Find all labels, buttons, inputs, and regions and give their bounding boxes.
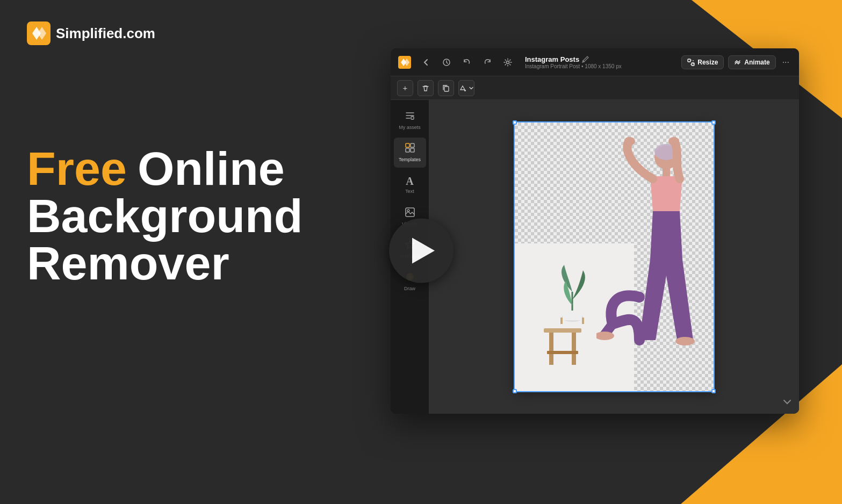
animate-icon — [734, 59, 742, 66]
svg-rect-21 — [549, 333, 553, 365]
my-assets-icon — [405, 110, 415, 124]
edit-icon — [582, 55, 589, 63]
fill-button[interactable] — [458, 80, 474, 96]
svg-point-3 — [507, 61, 509, 63]
svg-rect-6 — [444, 87, 449, 91]
draw-label: Draw — [404, 286, 415, 292]
copy-element-button[interactable] — [438, 80, 454, 96]
toolbar-actions: + — [391, 76, 799, 100]
svg-rect-17 — [563, 311, 582, 320]
history-button[interactable] — [439, 55, 454, 70]
copy-icon — [442, 84, 450, 92]
templates-label: Templates — [399, 157, 421, 163]
svg-point-30 — [675, 337, 695, 345]
toolbar-title-area: Instagram Posts Instagram Portrait Post … — [525, 55, 676, 69]
headline-online: Online — [138, 145, 285, 192]
text-label: Text — [405, 189, 414, 195]
back-button[interactable] — [419, 55, 434, 70]
canvas-inner — [515, 123, 714, 391]
resize-button[interactable]: Resize — [681, 55, 724, 69]
add-element-button[interactable]: + — [397, 80, 413, 96]
animate-button[interactable]: Animate — [728, 55, 775, 69]
my-assets-label: My assets — [399, 125, 421, 131]
svg-rect-9 — [406, 143, 409, 147]
sidebar-item-my-assets[interactable]: My assets — [394, 105, 426, 135]
yoga-image — [515, 123, 714, 391]
scroll-down-chevron[interactable] — [782, 397, 793, 409]
brand-name: Simplified.com — [56, 25, 155, 42]
svg-rect-12 — [411, 148, 414, 152]
headline-line2: Background — [27, 192, 303, 240]
toolbar-right: Resize Animate ··· — [681, 55, 791, 69]
play-icon — [412, 238, 435, 264]
play-button[interactable] — [389, 219, 454, 283]
canvas-area — [429, 100, 799, 414]
more-options-button[interactable]: ··· — [780, 55, 791, 69]
project-subtitle: Instagram Portrait Post • 1080 x 1350 px — [525, 63, 676, 69]
resize-icon — [687, 59, 695, 66]
redo-button[interactable] — [480, 55, 495, 70]
svg-rect-4 — [688, 59, 690, 62]
toolbar-logo-icon — [398, 56, 411, 69]
svg-rect-8 — [411, 117, 414, 119]
project-name: Instagram Posts — [525, 55, 676, 63]
svg-rect-23 — [547, 351, 578, 354]
yoga-figure-svg — [596, 136, 704, 378]
chevron-down-icon — [469, 85, 474, 91]
svg-point-27 — [624, 137, 635, 146]
headline-area: Free Online Background Remover — [27, 145, 303, 287]
svg-rect-18 — [560, 318, 563, 324]
headline-free: Free — [27, 145, 127, 192]
stool-svg — [538, 324, 587, 378]
headline-line1: Free Online — [27, 145, 303, 192]
fill-icon — [459, 84, 466, 92]
sidebar-item-text[interactable]: A Text — [394, 170, 426, 200]
templates-icon — [405, 142, 415, 156]
play-button-overlay[interactable] — [389, 219, 454, 283]
headline-line3: Remover — [27, 240, 303, 287]
svg-rect-22 — [572, 333, 576, 365]
svg-rect-10 — [411, 143, 414, 147]
logo-icon — [27, 21, 51, 45]
svg-rect-11 — [406, 148, 409, 152]
sidebar-item-templates[interactable]: Templates — [394, 138, 426, 168]
svg-point-7 — [464, 90, 466, 91]
undo-button[interactable] — [459, 55, 474, 70]
chevron-down-icon — [782, 397, 793, 407]
text-icon: A — [406, 175, 413, 188]
svg-rect-20 — [544, 328, 581, 333]
svg-point-28 — [668, 137, 679, 146]
trash-icon — [422, 84, 429, 92]
logo-area: Simplified.com — [27, 21, 155, 45]
plant-svg — [551, 249, 594, 324]
delete-element-button[interactable] — [418, 80, 434, 96]
app-toolbar: Instagram Posts Instagram Portrait Post … — [391, 48, 799, 76]
svg-rect-13 — [406, 208, 414, 217]
settings-button[interactable] — [500, 55, 515, 70]
svg-rect-19 — [582, 318, 584, 324]
